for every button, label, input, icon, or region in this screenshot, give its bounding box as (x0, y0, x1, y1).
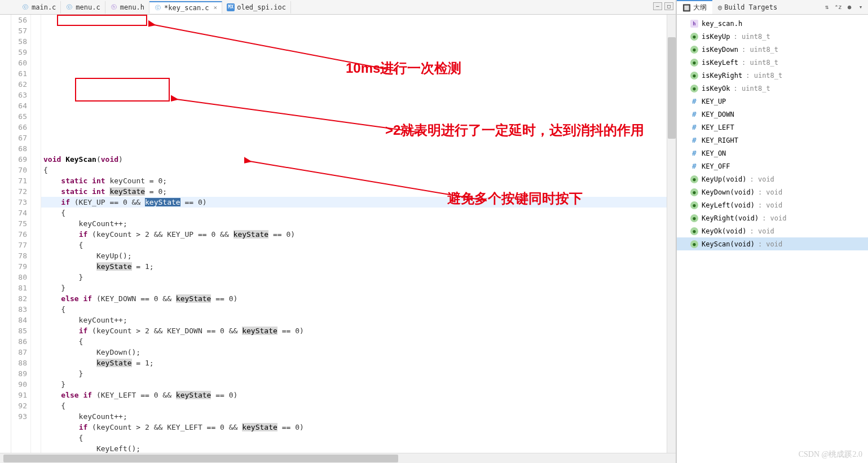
def-item-icon: # (690, 162, 698, 170)
line-number: 56 (11, 15, 27, 25)
annotation-text-3: 避免多个按键同时按下 (447, 193, 583, 204)
horizontal-scroll-thumb[interactable] (3, 455, 398, 462)
c-file-icon: ⓒ (65, 3, 73, 11)
line-number: 88 (11, 358, 27, 368)
tab-outline[interactable]: 🔲 大纲 (677, 0, 712, 14)
pub-item-icon: ● (690, 188, 698, 196)
menu-icon[interactable]: ▾ (856, 2, 866, 12)
line-number: 63 (11, 90, 27, 100)
target-icon: ◎ (718, 3, 722, 11)
arrow-2-icon (171, 94, 430, 150)
outline-item-isKeyLeft[interactable]: ●isKeyLeft : uint8_t (677, 56, 868, 69)
pub-item-icon: ● (690, 201, 698, 209)
code-line[interactable]: keyCount++; (41, 315, 667, 325)
outline-item-name: KeyOk(void) (702, 227, 746, 235)
outline-icon: 🔲 (682, 4, 691, 12)
tab-label: *key_scan.c (164, 4, 209, 12)
outline-item-isKeyOk[interactable]: ●isKeyOk : uint8_t (677, 82, 868, 95)
code-line[interactable]: } (41, 379, 667, 390)
tab-build-targets[interactable]: ◎ Build Targets (712, 2, 783, 13)
outline-item-KeyScan-void-[interactable]: ●KeyScan(void) : void (677, 237, 868, 250)
right-panel-tabs: 🔲 大纲 ◎ Build Targets ⇅ ᵃz ● ▾ (677, 0, 868, 15)
code-line[interactable]: } (41, 283, 667, 293)
line-number: 85 (11, 325, 27, 336)
code-area[interactable]: 10ms进行一次检测 >2就表明进行了一定延时，达到消抖的作用 避免多个按键同时… (41, 15, 667, 453)
code-line[interactable]: { (41, 400, 667, 411)
line-number: 62 (11, 79, 27, 90)
line-number: 61 (11, 68, 27, 79)
horizontal-scrollbar[interactable] (0, 453, 676, 463)
filter-icon[interactable]: ᵃz (833, 2, 843, 12)
code-line[interactable]: KeyDown(); (41, 347, 667, 358)
outline-item-key-scan-h[interactable]: hkey_scan.h (677, 17, 868, 30)
outline-item-KeyDown-void-[interactable]: ●KeyDown(void) : void (677, 186, 868, 199)
vertical-scroll-thumb[interactable] (668, 37, 676, 139)
tab-menu-h[interactable]: ⓗmenu.h (105, 1, 149, 14)
code-line[interactable]: keyCount++; (41, 218, 667, 229)
code-line[interactable]: if (keyCount > 2 && KEY_UP == 0 && keySt… (41, 229, 667, 240)
outline-item-KeyUp-void-[interactable]: ●KeyUp(void) : void (677, 173, 868, 186)
outline-item-KEY-RIGHT[interactable]: #KEY_RIGHT (677, 134, 868, 147)
outline-item-KEY-OFF[interactable]: #KEY_OFF (677, 160, 868, 173)
close-icon[interactable]: × (214, 4, 218, 11)
code-line[interactable]: keyState = 1; (41, 261, 667, 272)
outline-item-type: : void (750, 227, 774, 235)
hide-icon[interactable]: ● (844, 2, 854, 12)
code-line[interactable]: void KeyScan(void) (41, 154, 667, 165)
code-line[interactable]: keyState = 1; (41, 358, 667, 368)
code-line[interactable]: { (41, 165, 667, 175)
outline-item-KeyRight-void-[interactable]: ●KeyRight(void) : void (677, 211, 868, 224)
code-line[interactable]: if (keyCount > 2 && KEY_LEFT == 0 && key… (41, 422, 667, 433)
code-line[interactable]: { (41, 433, 667, 443)
outline-item-KEY-DOWN[interactable]: #KEY_DOWN (677, 108, 868, 121)
tab-oled-spi-ioc[interactable]: MXoled_spi.ioc (222, 1, 291, 14)
left-margin (0, 15, 11, 453)
line-number: 76 (11, 229, 27, 240)
code-line[interactable]: keyCount++; (41, 411, 667, 422)
tab--key-scan-c[interactable]: ⓒ*key_scan.c× (149, 1, 222, 14)
tab-main-c[interactable]: ⓒmain.c (17, 1, 61, 14)
outline-item-name: isKeyRight (702, 72, 742, 80)
code-line[interactable]: } (41, 368, 667, 379)
outline-item-isKeyDown[interactable]: ●isKeyDown : uint8_t (677, 43, 868, 56)
line-number: 60 (11, 58, 27, 68)
code-line[interactable]: { (41, 304, 667, 315)
def-item-icon: # (690, 124, 698, 131)
outline-item-KEY-LEFT[interactable]: #KEY_LEFT (677, 121, 868, 134)
code-line[interactable]: { (41, 336, 667, 347)
code-line[interactable]: static int keyCount = 0; (41, 175, 667, 186)
code-line[interactable]: { (41, 208, 667, 218)
line-number: 78 (11, 250, 27, 261)
watermark: CSDN @桃成蹊2.0 (799, 449, 862, 460)
line-number: 57 (11, 25, 27, 36)
code-line[interactable]: if (keyCount > 2 && KEY_DOWN == 0 && key… (41, 325, 667, 336)
outline-tree: hkey_scan.h●isKeyUp : uint8_t●isKeyDown … (677, 15, 868, 463)
outline-item-isKeyUp[interactable]: ●isKeyUp : uint8_t (677, 30, 868, 43)
code-line[interactable]: else if (KEY_LEFT == 0 && keyState == 0) (41, 390, 667, 400)
outline-item-isKeyRight[interactable]: ●isKeyRight : uint8_t (677, 69, 868, 82)
outline-item-KEY-ON[interactable]: #KEY_ON (677, 147, 868, 160)
outline-item-KeyLeft-void-[interactable]: ●KeyLeft(void) : void (677, 199, 868, 211)
tab-menu-c[interactable]: ⓒmenu.c (61, 1, 105, 14)
tab-build-label: Build Targets (724, 3, 777, 11)
outline-item-name: KeyScan(void) (702, 240, 755, 248)
minimize-button[interactable]: — (653, 2, 662, 10)
editor-area: ⓒmain.cⓒmenu.cⓗmenu.hⓒ*key_scan.c×MXoled… (0, 0, 676, 463)
code-line[interactable]: } (41, 272, 667, 283)
pub-item-icon: ● (690, 59, 698, 67)
outline-item-KEY-UP[interactable]: #KEY_UP (677, 95, 868, 108)
outline-item-KeyOk-void-[interactable]: ●KeyOk(void) : void (677, 224, 868, 237)
code-line[interactable]: KeyLeft(); (41, 443, 667, 453)
code-line[interactable]: KeyUp(); (41, 250, 667, 261)
annotation-text-1: 10ms进行一次检测 (346, 63, 461, 73)
def-item-icon: # (690, 149, 698, 157)
code-line[interactable]: else if (KEY_DOWN == 0 && keyState == 0) (41, 293, 667, 304)
line-number: 87 (11, 347, 27, 358)
sort-icon[interactable]: ⇅ (822, 2, 832, 12)
tab-label: menu.c (76, 3, 100, 11)
vertical-scrollbar[interactable] (667, 15, 676, 453)
code-line[interactable]: { (41, 240, 667, 250)
c-file-icon: ⓒ (21, 3, 29, 11)
maximize-button[interactable]: □ (664, 2, 673, 10)
line-number: 58 (11, 36, 27, 47)
